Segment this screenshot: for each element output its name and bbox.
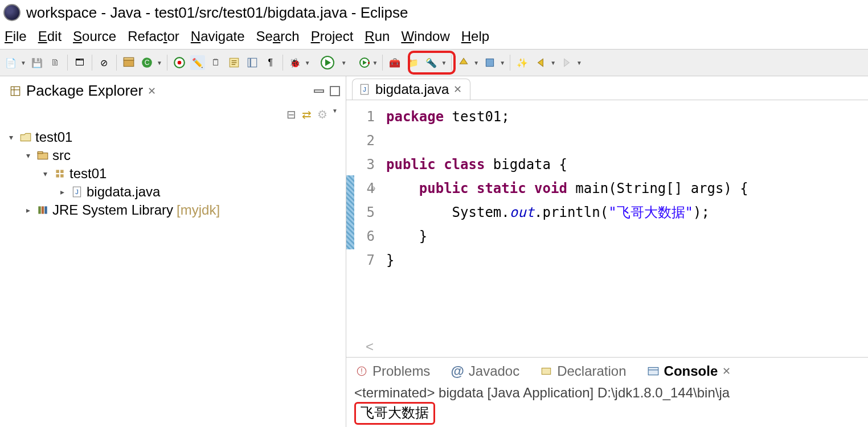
console-status: <terminated> bigdata [Java Application] … xyxy=(354,385,860,401)
bottom-tabs: ! Problems @ Javadoc Declaration Console… xyxy=(346,357,868,381)
toggle-comment-button[interactable]: 🗒 xyxy=(208,55,223,70)
editor-tab-bigdata[interactable]: J bigdata.java ✕ xyxy=(352,79,470,100)
debug-last-button[interactable] xyxy=(172,55,187,70)
menu-source[interactable]: Source xyxy=(73,28,116,44)
collapse-all-button[interactable]: ⊟ xyxy=(286,108,296,121)
code-area[interactable]: package test01; public class bigdata { p… xyxy=(380,100,748,339)
svg-rect-11 xyxy=(249,58,251,67)
prev-annotation-dropdown[interactable]: ▼ xyxy=(473,60,479,66)
menu-refactor[interactable]: Refactor xyxy=(128,28,179,44)
close-icon[interactable]: ✕ xyxy=(453,83,462,96)
menu-help[interactable]: Help xyxy=(461,28,489,44)
tree-file-label: bigdata.java xyxy=(87,184,160,200)
tree-jre-suffix: [myjdk] xyxy=(177,202,220,218)
format-button[interactable] xyxy=(227,55,241,70)
menu-run[interactable]: Run xyxy=(365,28,390,44)
eclipse-logo-icon xyxy=(3,4,21,21)
problems-icon: ! xyxy=(355,365,368,377)
svg-rect-10 xyxy=(248,58,256,67)
twisty-closed-icon[interactable]: ▸ xyxy=(57,187,67,196)
new-class-dropdown[interactable]: ▼ xyxy=(157,60,162,66)
new-class-button[interactable]: C xyxy=(140,55,154,70)
menubar: File Edit Source Refactor Navigate Searc… xyxy=(0,25,868,49)
tab-problems[interactable]: ! Problems xyxy=(352,361,433,381)
block-select-button[interactable] xyxy=(245,55,260,70)
close-icon[interactable]: ✕ xyxy=(148,85,156,97)
debug-button[interactable]: 🐞 xyxy=(288,55,302,70)
tree-package[interactable]: ▾ test01 xyxy=(6,165,340,183)
skip-breakpoints-button[interactable]: ⊘ xyxy=(97,55,112,70)
open-type-button[interactable]: 🗔 xyxy=(72,55,87,70)
back-button[interactable] xyxy=(533,55,548,70)
show-whitespace-button[interactable]: ¶ xyxy=(263,55,278,70)
run-last-button[interactable]: ▪ xyxy=(359,58,370,68)
console-output-highlight: 飞哥大数据 xyxy=(354,402,435,425)
tree-file[interactable]: ▸ J bigdata.java xyxy=(6,183,340,201)
next-annotation-button[interactable] xyxy=(482,55,497,70)
search-button[interactable]: 🔦 xyxy=(424,55,439,70)
menu-window[interactable]: Window xyxy=(401,28,449,44)
fold-collapse-icon[interactable]: ⊖ xyxy=(371,176,375,200)
open-task-button[interactable]: 📁 xyxy=(406,55,420,70)
back-dropdown[interactable]: ▼ xyxy=(550,60,556,66)
save-all-button[interactable]: 🗎 xyxy=(48,55,63,70)
tree-src-label: src xyxy=(52,147,71,163)
run-last-dropdown[interactable]: ▼ xyxy=(372,60,378,66)
twisty-closed-icon[interactable]: ▸ xyxy=(23,206,33,215)
tab-javadoc-label: Javadoc xyxy=(469,363,519,379)
twisty-open-icon[interactable]: ▾ xyxy=(40,169,50,178)
edit-source-button[interactable]: ✏️ xyxy=(190,55,205,70)
new-dropdown[interactable]: ▼ xyxy=(21,60,26,66)
package-explorer-title: Package Explorer xyxy=(26,82,143,100)
svg-text:J: J xyxy=(75,188,79,195)
package-icon xyxy=(54,167,66,180)
search-dropdown[interactable]: ▼ xyxy=(441,60,447,66)
menu-navigate[interactable]: Navigate xyxy=(191,28,245,44)
run-button[interactable] xyxy=(321,56,334,69)
hscroll-left-icon[interactable]: < xyxy=(346,339,868,357)
maximize-button[interactable] xyxy=(330,86,340,96)
tree-src[interactable]: ▾ src xyxy=(6,146,340,165)
svg-rect-18 xyxy=(56,170,59,173)
forward-dropdown[interactable]: ▼ xyxy=(576,60,582,66)
tab-javadoc[interactable]: @ Javadoc xyxy=(447,361,523,381)
src-folder-icon xyxy=(36,149,49,162)
tree-jre[interactable]: ▸ JRE System Library [myjdk] xyxy=(6,201,340,219)
debug-dropdown[interactable]: ▼ xyxy=(305,60,310,66)
menu-search[interactable]: Search xyxy=(256,28,300,44)
new-package-button[interactable] xyxy=(121,55,136,70)
svg-rect-31 xyxy=(542,368,550,375)
new-button[interactable]: 📄 xyxy=(3,55,18,70)
package-explorer-tab[interactable]: Package Explorer ✕ xyxy=(6,80,163,102)
svg-rect-20 xyxy=(56,174,59,178)
forward-button[interactable] xyxy=(559,55,574,70)
minimize-button[interactable] xyxy=(314,89,324,93)
project-folder-icon xyxy=(19,131,32,143)
menu-file[interactable]: File xyxy=(5,28,27,44)
twisty-open-icon[interactable]: ▾ xyxy=(6,133,16,142)
run-dropdown[interactable]: ▼ xyxy=(341,60,347,66)
focus-task-button[interactable]: ⚙ xyxy=(317,108,327,121)
editor-tab-label: bigdata.java xyxy=(375,81,449,97)
declaration-icon xyxy=(540,365,552,377)
menu-project[interactable]: Project xyxy=(311,28,354,44)
close-icon[interactable]: ✕ xyxy=(722,365,731,377)
menu-edit[interactable]: Edit xyxy=(38,28,62,44)
next-annotation-dropdown[interactable]: ▼ xyxy=(499,60,505,66)
editor-tabs: J bigdata.java ✕ xyxy=(346,76,868,100)
editor-area[interactable]: 1 2 3 4⊖ 5 6 7 package test01; public cl… xyxy=(346,100,868,339)
view-menu-dropdown[interactable]: ▼ xyxy=(332,108,338,121)
tree-project-label: test01 xyxy=(35,129,72,145)
ext-tools-button[interactable]: 🧰 xyxy=(387,55,402,70)
svg-rect-26 xyxy=(44,206,47,214)
link-editor-button[interactable]: ⇄ xyxy=(302,108,312,121)
tree-project[interactable]: ▾ test01 xyxy=(6,128,340,146)
save-button[interactable]: 💾 xyxy=(30,55,44,70)
tab-console[interactable]: Console ✕ xyxy=(644,361,735,381)
tab-declaration[interactable]: Declaration xyxy=(537,361,629,381)
svg-text:C: C xyxy=(145,59,150,67)
prev-annotation-button[interactable] xyxy=(456,55,471,70)
last-edit-button[interactable]: ✨ xyxy=(515,55,530,70)
twisty-open-icon[interactable]: ▾ xyxy=(23,151,33,160)
project-tree: ▾ test01 ▾ src ▾ test01 ▸ J bigdata.java… xyxy=(0,126,346,221)
